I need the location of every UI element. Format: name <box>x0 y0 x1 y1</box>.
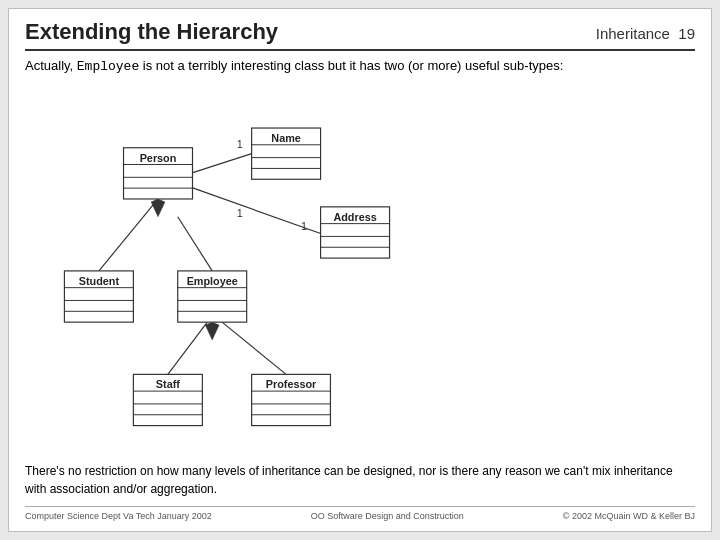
svg-text:1: 1 <box>237 138 243 150</box>
svg-text:Staff: Staff <box>156 378 180 390</box>
svg-text:1: 1 <box>301 220 307 232</box>
svg-marker-0 <box>171 168 191 180</box>
svg-marker-12 <box>205 322 219 340</box>
slide-title: Extending the Hierarchy <box>25 19 278 45</box>
svg-text:Name: Name <box>271 132 301 144</box>
intro-text: Actually, Employee is not a terribly int… <box>25 57 695 76</box>
svg-rect-43 <box>252 375 331 426</box>
svg-marker-8 <box>151 199 165 217</box>
footer-right: © 2002 McQuain WD & Keller BJ <box>563 511 695 521</box>
svg-rect-23 <box>321 207 390 258</box>
diagram-area: 1 1 1 Person <box>25 84 695 458</box>
slide: Extending the Hierarchy Inheritance 19 A… <box>8 8 712 532</box>
svg-text:Person: Person <box>140 152 177 164</box>
footer: Computer Science Dept Va Tech January 20… <box>25 506 695 521</box>
svg-rect-28 <box>64 271 133 322</box>
svg-line-4 <box>191 187 321 233</box>
svg-line-11 <box>222 322 286 374</box>
closing-text: There's no restriction on how many level… <box>25 462 695 498</box>
svg-line-9 <box>178 217 212 271</box>
svg-rect-13 <box>124 148 193 199</box>
svg-text:Student: Student <box>79 275 120 287</box>
svg-line-7 <box>99 199 158 271</box>
svg-rect-18 <box>252 128 321 179</box>
svg-text:Professor: Professor <box>266 378 317 390</box>
svg-rect-33 <box>178 271 247 322</box>
footer-center: OO Software Design and Construction <box>311 511 464 521</box>
svg-marker-3 <box>171 181 191 193</box>
slide-badge: Inheritance 19 <box>596 25 695 42</box>
svg-text:1: 1 <box>237 207 243 219</box>
svg-line-1 <box>191 154 252 174</box>
footer-left: Computer Science Dept Va Tech January 20… <box>25 511 212 521</box>
svg-rect-38 <box>133 375 202 426</box>
svg-text:Address: Address <box>333 211 376 223</box>
diagram-svg: 1 1 1 Person <box>25 84 695 458</box>
svg-text:Employee: Employee <box>187 275 238 287</box>
header: Extending the Hierarchy Inheritance 19 <box>25 19 695 51</box>
svg-line-10 <box>168 322 207 374</box>
